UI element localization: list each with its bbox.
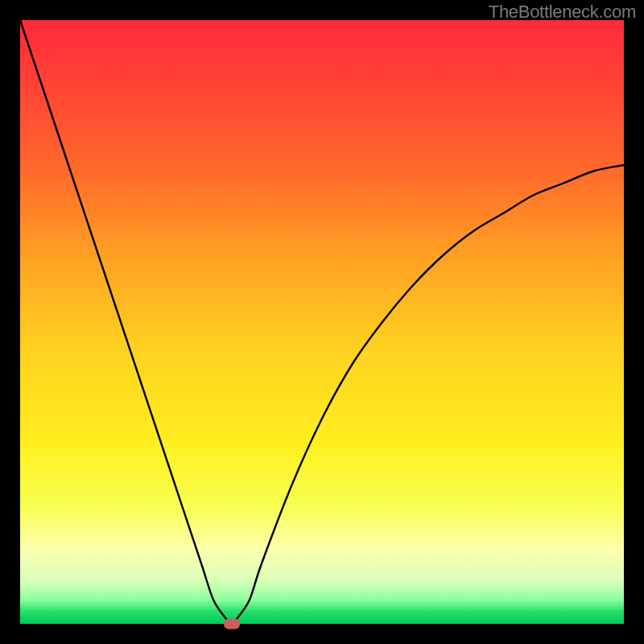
optimal-point-marker <box>224 619 240 630</box>
plot-area <box>20 20 624 624</box>
attribution-label: TheBottleneck.com <box>489 2 636 23</box>
bottleneck-curve <box>20 20 624 624</box>
curve-svg <box>20 20 624 624</box>
chart-frame: TheBottleneck.com <box>0 0 644 644</box>
